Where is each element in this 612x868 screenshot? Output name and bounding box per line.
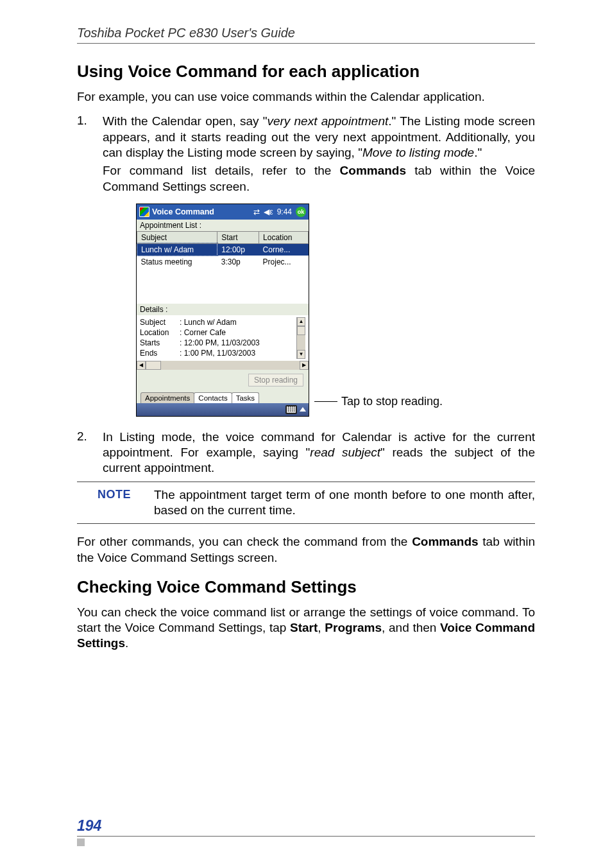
detail-value: : 1:00 PM, 11/03/2003 [180,349,255,358]
text: ." [474,146,482,159]
text: , and then [382,621,440,634]
emphasis: read subject [310,446,380,459]
tab-appointments[interactable]: Appointments [140,392,194,403]
text: With the Calendar open, say " [103,114,267,128]
text: , [318,621,325,634]
scroll-left-button[interactable]: ◀ [137,361,146,370]
bold: Start [290,621,318,634]
keyboard-icon[interactable] [285,405,297,414]
bold: Programs [325,621,382,634]
text: . [125,636,128,650]
horizontal-scrollbar[interactable]: ◀ ▶ [137,361,309,370]
scroll-right-button[interactable]: ▶ [300,361,309,370]
step-1: 1. With the Calendar open, say "very nex… [77,114,535,195]
tab-contacts[interactable]: Contacts [194,392,232,403]
callout: Tap to stop reading. [314,395,443,408]
emphasis: very next appointment [267,114,388,128]
text: For command list details, refer to the [103,164,340,177]
ok-button[interactable]: ok [296,207,306,217]
list-number: 1. [77,114,103,195]
tab-tasks[interactable]: Tasks [232,392,259,403]
heading-checking-settings: Checking Voice Command Settings [77,577,535,597]
note-label: NOTE [77,487,154,519]
detail-value: : 12:00 PM, 11/03/2003 [180,338,260,347]
detail-key: Starts [140,338,180,348]
page-number: 194 [77,817,535,835]
header-rule [77,43,535,44]
scroll-track[interactable] [297,335,305,350]
table-row[interactable]: Lunch w/ Adam 12:00p Corne... [137,243,309,256]
table-header-row: Subject Start Location [137,231,309,243]
cell-subject: Status meeting [137,256,217,268]
note-block: NOTE The appointment target term of one … [77,482,535,525]
callout-line [314,401,337,402]
tabs-row: AppointmentsContactsTasks [137,390,309,403]
connectivity-icon[interactable]: ⇄ [253,207,260,216]
screenshot-figure: Voice Command ⇄ ◀ε 9:44 ok Appointment L… [136,204,535,417]
details-label: Details : [137,304,309,315]
intro-paragraph: For example, you can use voice commands … [77,89,535,105]
detail-key: Subject [140,317,180,327]
footer: 194 [77,817,535,849]
pda-title-bar: Voice Command ⇄ ◀ε 9:44 ok [137,204,309,220]
table-empty-area [137,268,309,304]
cell-subject: Lunch w/ Adam [137,243,217,256]
clock-text: 9:44 [277,207,292,216]
sip-chevron-up-icon[interactable] [300,407,306,412]
paragraph: For other commands, you can check the co… [77,534,535,566]
bold: Commands [340,164,406,177]
cell-start: 3:30p [217,256,259,268]
detail-value: : Corner Cafe [180,328,226,337]
vertical-scrollbar[interactable]: ▲ ▼ [296,317,305,359]
list-body: With the Calendar open, say "very next a… [103,114,535,195]
detail-value: : Lunch w/ Adam [180,318,237,327]
detail-key: Ends [140,348,180,358]
detail-key: Location [140,327,180,338]
details-text: Subject: Lunch w/ Adam Location: Corner … [140,317,296,359]
col-start[interactable]: Start [217,231,259,243]
heading-using-voice-command: Using Voice Command for each application [77,62,535,82]
scroll-thumb[interactable] [297,326,305,335]
scroll-down-button[interactable]: ▼ [297,350,305,359]
emphasis: Move to listing mode [362,146,474,159]
bold: Commands [412,535,478,548]
title-status-area: ⇄ ◀ε 9:44 ok [253,207,306,217]
col-subject[interactable]: Subject [137,231,217,243]
table-row[interactable]: Status meeting 3:30p Projec... [137,256,309,268]
appointments-table: Subject Start Location Lunch w/ Adam 12:… [137,231,309,268]
note-text: The appointment target term of one month… [154,487,535,519]
scroll-thumb[interactable] [146,361,161,370]
list-number: 2. [77,430,103,476]
callout-text: Tap to stop reading. [341,395,443,408]
list-body: In Listing mode, the voice command for C… [103,430,535,476]
footer-square-icon [77,838,85,846]
text: For other commands, you can check the co… [77,535,412,548]
col-location[interactable]: Location [259,231,309,243]
scroll-track[interactable] [161,361,300,370]
sip-bar [137,403,309,416]
pda-window: Voice Command ⇄ ◀ε 9:44 ok Appointment L… [136,204,309,417]
cell-location: Projec... [259,256,309,268]
appointment-list-label: Appointment List : [137,220,309,231]
stop-reading-button[interactable]: Stop reading [248,374,303,386]
step-2: 2. In Listing mode, the voice command fo… [77,430,535,476]
stop-reading-row: Stop reading [137,370,309,390]
speaker-icon[interactable]: ◀ε [264,207,273,216]
start-flag-icon[interactable] [139,207,149,217]
cell-location: Corne... [259,243,309,256]
details-panel: Subject: Lunch w/ Adam Location: Corner … [137,315,309,361]
window-title: Voice Command [152,207,253,216]
footer-rule [77,836,535,837]
scroll-up-button[interactable]: ▲ [297,317,305,326]
paragraph: You can check the voice command list or … [77,605,535,652]
running-header: Toshiba Pocket PC e830 User's Guide [77,26,535,40]
cell-start: 12:00p [217,243,259,256]
